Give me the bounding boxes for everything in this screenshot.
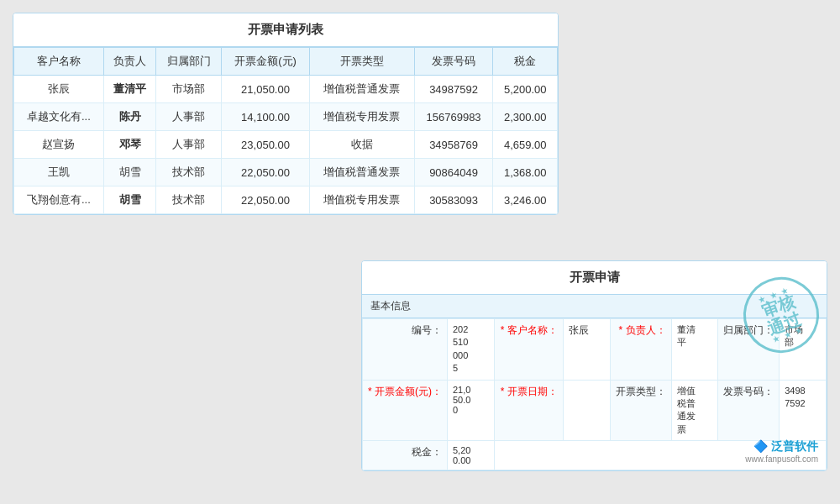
col-header-dept: 归属部门 <box>156 48 222 76</box>
top-panel-title: 开票申请列表 <box>13 13 558 47</box>
invoice-no-cell: 34987592 <box>414 76 493 103</box>
type-cell: 增值税普通发票 <box>309 159 414 186</box>
col-header-amount: 开票金额(元) <box>222 48 309 76</box>
logo-brand: 🔷 泛普软件 <box>745 439 818 454</box>
section-header: 基本信息 <box>362 295 827 318</box>
dept-cell: 人事部 <box>156 103 222 131</box>
table-row: 王凯 胡雪 技术部 22,050.00 增值税普通发票 90864049 1,3… <box>14 159 558 186</box>
manager-label: * 负责人： <box>610 319 671 381</box>
type-cell: 增值税专用发票 <box>309 186 414 214</box>
bottom-panel: 开票申请 基本信息 编号： 2025100005 * 客户名称： 张辰 * 负责… <box>361 260 827 471</box>
dept-label: 归属部门： <box>718 319 780 381</box>
dept-cell: 人事部 <box>156 131 222 159</box>
col-header-tax: 税金 <box>493 48 558 76</box>
type-cell: 增值税普通发票 <box>309 76 414 103</box>
invoice-date-value <box>563 380 610 441</box>
logo-area: 🔷 泛普软件 www.fanpusoft.com <box>745 439 818 464</box>
col-header-manager: 负责人 <box>103 48 156 76</box>
customer-cell: 王凯 <box>14 159 104 186</box>
invoice-no-value: 34987592 <box>780 380 827 441</box>
table-row: 张辰 董清平 市场部 21,050.00 增值税普通发票 34987592 5,… <box>14 76 558 103</box>
serial-value: 2025100005 <box>448 319 495 381</box>
manager-value: 董清平 <box>671 319 718 381</box>
dept-cell: 技术部 <box>156 186 222 214</box>
manager-cell[interactable]: 董清平 <box>103 76 156 103</box>
manager-cell[interactable]: 陈丹 <box>103 103 156 131</box>
tax-cell: 1,368.00 <box>493 159 558 186</box>
customer-cell[interactable]: 飞翔创意有... <box>14 186 104 214</box>
tax-cell: 4,659.00 <box>493 131 558 159</box>
logo-sub: www.fanpusoft.com <box>745 454 818 464</box>
invoice-no-label: 发票号码： <box>718 380 780 441</box>
col-header-invoice-no: 发票号码 <box>414 48 493 76</box>
customer-cell[interactable]: 赵宣扬 <box>14 131 104 159</box>
tax-label: 税金： <box>363 441 448 470</box>
invoice-date-label: * 开票日期： <box>494 380 563 441</box>
amount-cell: 22,050.00 <box>222 159 309 186</box>
amount-cell: 23,050.00 <box>222 131 309 159</box>
bottom-panel-title: 开票申请 <box>362 261 827 295</box>
customer-cell[interactable]: 卓越文化有... <box>14 103 104 131</box>
col-header-customer: 客户名称 <box>14 48 104 76</box>
customer-label: * 客户名称： <box>494 319 563 381</box>
type-cell: 收据 <box>309 131 414 159</box>
invoice-list-table: 客户名称 负责人 归属部门 开票金额(元) 开票类型 发票号码 税金 张辰 董清… <box>13 47 558 214</box>
logo-icon: 🔷 <box>753 439 768 453</box>
col-header-type: 开票类型 <box>309 48 414 76</box>
invoice-no-cell: 156769983 <box>414 103 493 131</box>
manager-cell[interactable]: 胡雪 <box>103 186 156 214</box>
amount-cell: 22,050.00 <box>222 186 309 214</box>
customer-cell[interactable]: 张辰 <box>14 76 104 103</box>
manager-cell[interactable]: 邓琴 <box>103 131 156 159</box>
tax-value: 5,200.00 <box>448 441 495 470</box>
serial-label: 编号： <box>363 319 448 381</box>
detail-row-amount: * 开票金额(元)： 21,050.00 * 开票日期： 开票类型： 增值税普通… <box>363 380 827 441</box>
invoice-no-cell: 90864049 <box>414 159 493 186</box>
table-row: 卓越文化有... 陈丹 人事部 14,100.00 增值税专用发票 156769… <box>14 103 558 131</box>
tax-cell: 3,246.00 <box>493 186 558 214</box>
table-row: 飞翔创意有... 胡雪 技术部 22,050.00 增值税专用发票 305830… <box>14 186 558 214</box>
dept-value: 市场部 <box>780 319 827 381</box>
tax-cell: 5,200.00 <box>493 76 558 103</box>
customer-value: 张辰 <box>563 319 610 381</box>
invoice-no-cell: 30583093 <box>414 186 493 214</box>
tax-cell: 2,300.00 <box>493 103 558 131</box>
amount-cell: 21,050.00 <box>222 76 309 103</box>
top-panel: 开票申请列表 客户名称 负责人 归属部门 开票金额(元) 开票类型 发票号码 税… <box>13 13 559 215</box>
table-row: 赵宣扬 邓琴 人事部 23,050.00 收据 34958769 4,659.0… <box>14 131 558 159</box>
type-cell: 增值税专用发票 <box>309 103 414 131</box>
manager-cell: 胡雪 <box>103 159 156 186</box>
amount-value: 21,050.00 <box>448 380 495 441</box>
dept-cell: 技术部 <box>156 159 222 186</box>
invoice-type-label: 开票类型： <box>610 380 671 441</box>
logo-name: 泛普软件 <box>771 439 818 453</box>
detail-row-serial: 编号： 2025100005 * 客户名称： 张辰 * 负责人： 董清平 归属部… <box>363 319 827 381</box>
amount-cell: 14,100.00 <box>222 103 309 131</box>
invoice-no-cell: 34958769 <box>414 131 493 159</box>
amount-label: * 开票金额(元)： <box>363 380 448 441</box>
dept-cell: 市场部 <box>156 76 222 103</box>
invoice-type-value: 增值税普通发票 <box>671 380 718 441</box>
